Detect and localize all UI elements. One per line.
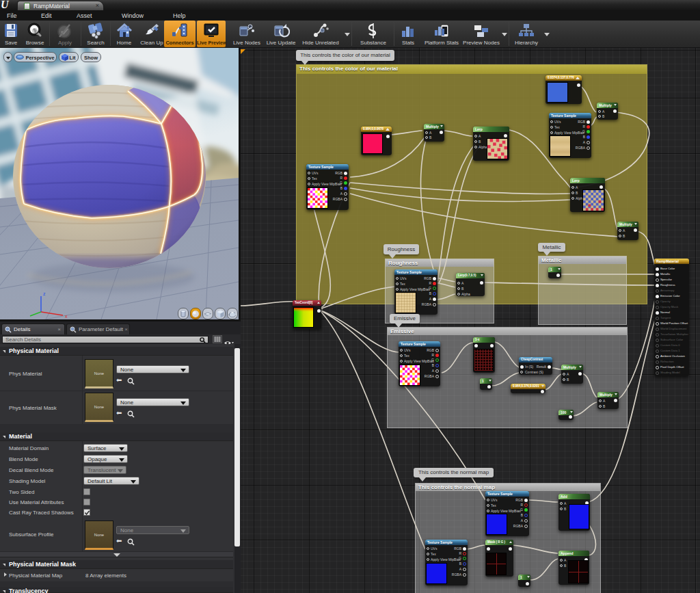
svg-text:x: x	[65, 314, 68, 319]
svg-text:z: z	[43, 291, 46, 296]
